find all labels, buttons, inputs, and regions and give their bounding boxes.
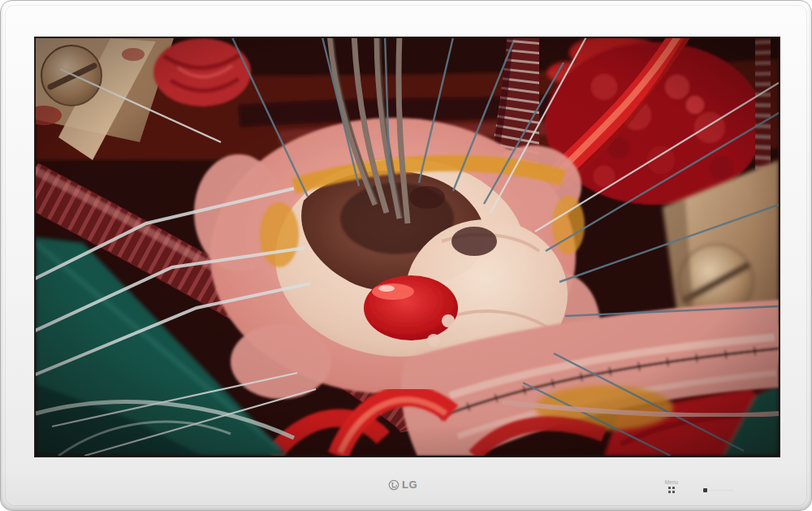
- monitor-product-shot: LG Menu: [0, 0, 812, 511]
- menu-label: Menu: [659, 479, 685, 485]
- bezel-seam-line: [710, 490, 734, 491]
- menu-button[interactable]: Menu: [659, 479, 685, 494]
- brand-logo-text: LG: [402, 479, 417, 491]
- power-led: [703, 488, 707, 492]
- surgical-scene-image: [36, 38, 779, 456]
- monitor-bezel: LG Menu: [0, 0, 812, 511]
- brand-logo: LG: [388, 479, 417, 491]
- screen-panel: [35, 37, 780, 457]
- scene-vignette: [36, 38, 779, 456]
- lg-emblem-icon: [388, 479, 400, 491]
- menu-joystick-icon: [668, 487, 676, 494]
